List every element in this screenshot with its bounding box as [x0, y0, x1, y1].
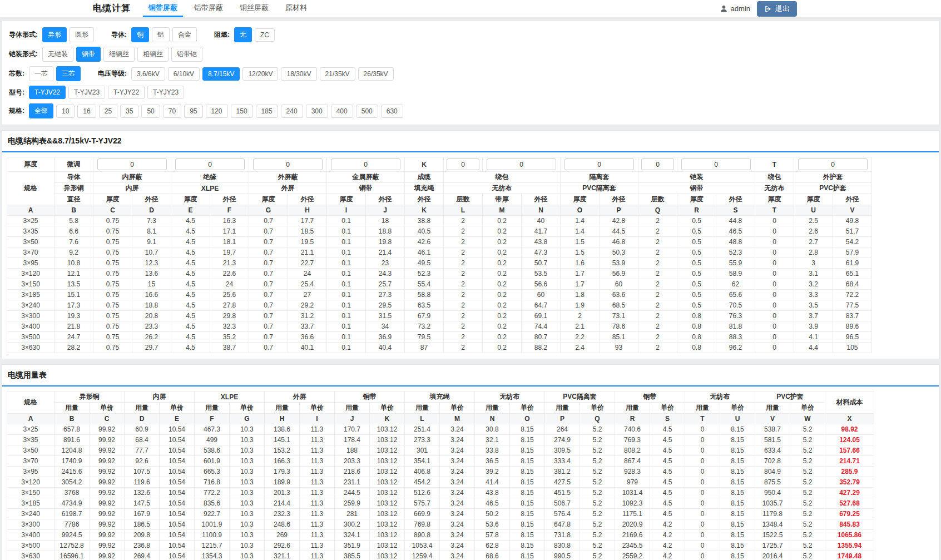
header-cell: PVC护套 [794, 183, 872, 194]
header-cell: 外屏蔽 [249, 172, 327, 183]
cell: 8.15 [510, 477, 545, 488]
filter-button[interactable]: 细钢丝 [103, 47, 135, 62]
cell: 29.7 [132, 343, 171, 353]
tab-copper-wire-shield[interactable]: 铜丝屏蔽 [234, 0, 274, 17]
cell: 68.5 [600, 300, 638, 311]
filter-button[interactable]: 300 [306, 105, 328, 118]
material-cost-cell: 352.79 [825, 477, 874, 488]
filter-button[interactable]: 70 [163, 105, 181, 118]
cell: 73.1 [600, 311, 638, 321]
tab-aluminum-tape-shield[interactable]: 铝带屏蔽 [189, 0, 229, 17]
filter-button[interactable]: 圆形 [70, 27, 94, 42]
filter-button[interactable]: T-YJV23 [68, 86, 105, 99]
cell: 99.92 [90, 498, 125, 509]
filter-button[interactable]: T-YJY23 [147, 86, 184, 99]
header-cell: 铠装 [638, 172, 755, 183]
adjust-input[interactable] [798, 158, 867, 170]
filter-button[interactable]: 240 [281, 105, 303, 118]
adjust-input[interactable] [97, 158, 166, 170]
cell: 57.8 [475, 530, 510, 541]
filter-button[interactable]: 钢带 [76, 47, 101, 62]
cell: 922.7 [195, 509, 230, 519]
adjust-input[interactable] [253, 158, 322, 170]
filter-button[interactable]: 粗钢丝 [137, 47, 169, 62]
filter-row: 规格:全部10162535507095120150185240300400500… [9, 103, 932, 118]
header-cell: 单价 [580, 403, 615, 414]
filter-button[interactable]: 21/35kV [320, 67, 355, 81]
filter-button[interactable]: 铜 [131, 27, 149, 42]
filter-button[interactable]: 500 [356, 105, 378, 118]
filter-button[interactable]: 8.7/15kV [202, 67, 240, 81]
adjust-input[interactable] [487, 158, 556, 170]
column-letter: A [7, 414, 55, 424]
cell: 5.2 [790, 467, 825, 477]
filter-button[interactable]: 全部 [29, 103, 53, 118]
table-row: 3×50024.70.7526.24.535.20.736.60.136.979… [7, 332, 872, 343]
filter-button[interactable]: 630 [381, 105, 403, 118]
filter-button[interactable]: 一芯 [29, 66, 53, 81]
filter-button[interactable]: 16 [77, 105, 96, 118]
filter-button[interactable]: 3.6/6kV [131, 67, 165, 81]
filter-button[interactable]: 18/30kV [281, 67, 316, 81]
cell: 1259.4 [405, 551, 440, 560]
filter-button[interactable]: 35 [120, 105, 138, 118]
logout-button[interactable]: 退出 [757, 1, 797, 17]
cell: 3.24 [440, 445, 475, 456]
filter-button[interactable]: 185 [256, 105, 278, 118]
filter-button[interactable]: 无 [234, 27, 252, 42]
adjust-input[interactable] [175, 158, 244, 170]
cell: 0.7 [249, 237, 288, 247]
filter-button[interactable]: 12/20kV [242, 67, 278, 81]
cell: 99.92 [90, 541, 125, 551]
cell: 538.6 [195, 445, 230, 456]
cell: 4.5 [650, 445, 685, 456]
cell: 2 [638, 258, 677, 269]
tab-raw-materials[interactable]: 原材料 [280, 0, 313, 17]
filter-button[interactable]: 异形 [42, 27, 67, 42]
table-row: 3×507.60.759.14.518.10.719.50.119.842.62… [7, 237, 872, 247]
cell: 4.5 [171, 343, 210, 353]
filter-button[interactable]: T-YJY22 [108, 86, 145, 99]
header-cell: XLPE [195, 391, 265, 403]
filter-button[interactable]: ZC [255, 28, 275, 42]
filter-button[interactable]: 铝带铠 [171, 47, 202, 62]
filter-button[interactable]: 无铠装 [42, 47, 73, 62]
cell: 0.75 [93, 237, 132, 247]
cell: 0 [685, 445, 720, 456]
filter-button[interactable]: 150 [231, 105, 253, 118]
filter-row: 型号:T-YJV22T-YJV23T-YJY22T-YJY23 [9, 86, 932, 99]
cell: 70.5 [716, 300, 755, 311]
filter-button[interactable]: 三芯 [56, 66, 81, 81]
filter-button[interactable]: 120 [206, 105, 228, 118]
cell: 0.2 [483, 269, 522, 279]
filter-button[interactable]: 25 [99, 105, 117, 118]
user-info[interactable]: admin [720, 4, 750, 13]
cell: 99.92 [90, 424, 125, 435]
filter-button[interactable]: 6/10kV [168, 67, 200, 81]
filter-button[interactable]: 26/35kV [358, 67, 394, 81]
header-cell: 隔离套 [561, 172, 638, 183]
filter-button[interactable]: 合金 [172, 27, 197, 42]
cell: 99.92 [90, 467, 125, 477]
adjust-input[interactable] [681, 158, 750, 170]
filter-button[interactable]: T-YJV22 [29, 86, 66, 99]
filter-button[interactable]: 铝 [152, 27, 170, 42]
adjust-input[interactable] [447, 158, 480, 170]
tab-copper-tape-shield[interactable]: 铜带屏蔽 [143, 0, 183, 17]
cell: 3.24 [440, 498, 475, 509]
adjust-input[interactable] [641, 158, 675, 170]
column-letter: H [265, 414, 300, 424]
filter-button[interactable]: 400 [331, 105, 353, 118]
cell: 99.92 [90, 445, 125, 456]
filter-button[interactable]: 50 [141, 105, 160, 118]
cell: 633.4 [755, 445, 790, 456]
adjust-input[interactable] [331, 158, 400, 170]
cell: 2 [444, 258, 483, 269]
cell: 0.1 [327, 343, 366, 353]
adjust-input[interactable] [564, 158, 633, 170]
cell: 231.1 [335, 477, 370, 488]
row-spec: 3×150 [7, 279, 55, 290]
filter-button[interactable]: 10 [56, 105, 75, 118]
filter-button[interactable]: 95 [184, 105, 202, 118]
cell: 601.9 [195, 456, 230, 467]
